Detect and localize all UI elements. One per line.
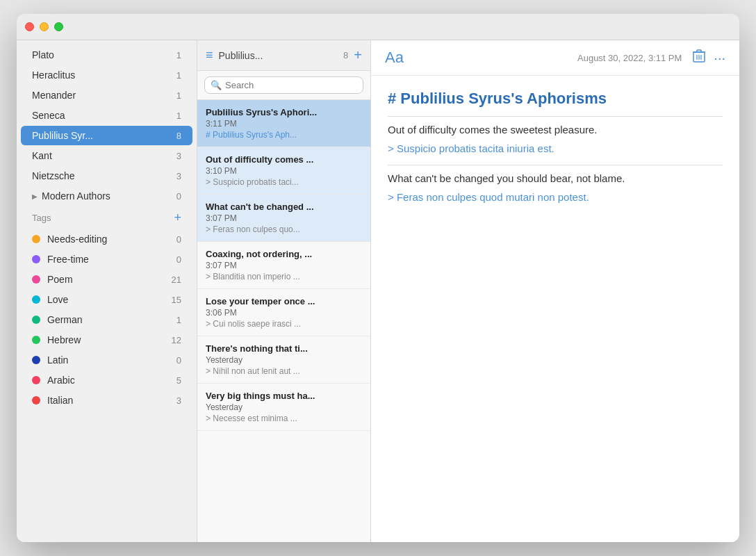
- note-item-1[interactable]: Out of difficulty comes ... 3:10 PM > Su…: [197, 147, 370, 195]
- title-bar: [17, 14, 739, 40]
- search-wrapper[interactable]: 🔍: [204, 76, 363, 94]
- sidebar: Plato 1 Heraclitus 1 Menander 1 Seneca 1…: [17, 40, 197, 542]
- search-input[interactable]: [225, 80, 357, 90]
- note-item-4[interactable]: Lose your temper once ... 3:06 PM > Cui …: [197, 289, 370, 336]
- tag-hebrew[interactable]: Hebrew 12: [21, 330, 192, 350]
- tag-needs-editing[interactable]: Needs-editing 0: [21, 229, 192, 249]
- chevron-right-icon: ▶: [32, 193, 38, 200]
- tag-arabic[interactable]: Arabic 5: [21, 370, 192, 390]
- minimize-button[interactable]: [40, 22, 49, 31]
- sidebar-item-kant[interactable]: Kant 3: [21, 146, 192, 165]
- tags-list: Needs-editing 0 Free-time 0 Poem 21 Love…: [17, 229, 197, 411]
- content-area: Plato 1 Heraclitus 1 Menander 1 Seneca 1…: [17, 40, 739, 542]
- tags-section-header: Tags +: [21, 207, 192, 228]
- add-tag-button[interactable]: +: [174, 211, 181, 224]
- note-quote-1: Suspicio probatis tacita iniuria est.: [388, 141, 723, 157]
- tag-dot-arabic: [32, 376, 40, 384]
- note-item-2[interactable]: What can't be changed ... 3:07 PM > Fera…: [197, 195, 370, 242]
- middle-panel-header: ≡ Publilius... 8 +: [197, 40, 370, 71]
- traffic-lights: [25, 22, 63, 31]
- note-title: Publilius Syrus's Aphorisms: [388, 90, 723, 108]
- tag-latin[interactable]: Latin 0: [21, 350, 192, 370]
- note-separator: [388, 116, 723, 117]
- search-icon: 🔍: [211, 80, 222, 90]
- tag-dot-german: [32, 316, 40, 324]
- add-note-button[interactable]: +: [354, 47, 362, 63]
- sidebar-item-nietzsche[interactable]: Nietzsche 3: [21, 166, 192, 186]
- app-window: Plato 1 Heraclitus 1 Menander 1 Seneca 1…: [17, 14, 739, 542]
- note-content: Publilius Syrus's Aphorisms Out of diffi…: [371, 76, 739, 542]
- tag-dot-needs-editing: [32, 235, 40, 243]
- note-separator-2: [388, 165, 723, 165]
- tag-dot-latin: [32, 356, 40, 364]
- note-paragraph-2: What can't be changed you should bear, n…: [388, 171, 723, 187]
- note-item-0[interactable]: Publilius Syrus's Aphori... 3:11 PM # Pu…: [197, 100, 370, 147]
- tag-love[interactable]: Love 15: [21, 290, 192, 309]
- tag-dot-love: [32, 295, 40, 304]
- tag-german[interactable]: German 1: [21, 310, 192, 329]
- note-item-6[interactable]: Very big things must ha... Yesterday > N…: [197, 384, 370, 431]
- sidebar-item-publilius[interactable]: Publilius Syr... 8: [21, 126, 192, 145]
- close-button[interactable]: [25, 22, 34, 31]
- middle-panel: ≡ Publilius... 8 + 🔍 Publilius Syrus's A…: [197, 40, 371, 542]
- tag-italian[interactable]: Italian 3: [21, 391, 192, 410]
- right-panel-header: Aa August 30, 2022, 3:11 PM ···: [371, 40, 739, 76]
- sidebar-item-menander[interactable]: Menander 1: [21, 85, 192, 105]
- sidebar-item-heraclitus[interactable]: Heraclitus 1: [21, 65, 192, 85]
- sidebar-item-plato[interactable]: Plato 1: [21, 45, 192, 65]
- more-options-button[interactable]: ···: [714, 50, 725, 66]
- maximize-button[interactable]: [54, 22, 63, 31]
- tag-dot-free-time: [32, 255, 40, 263]
- tag-dot-poem: [32, 275, 40, 284]
- search-bar: 🔍: [197, 71, 370, 100]
- sidebar-item-seneca[interactable]: Seneca 1: [21, 106, 192, 125]
- trash-button[interactable]: [693, 49, 705, 67]
- tag-dot-hebrew: [32, 336, 40, 344]
- right-panel: Aa August 30, 2022, 3:11 PM ···: [371, 40, 739, 542]
- note-date: August 30, 2022, 3:11 PM: [577, 53, 682, 63]
- note-item-3[interactable]: Coaxing, not ordering, ... 3:07 PM > Bla…: [197, 242, 370, 289]
- list-icon: ≡: [206, 48, 213, 63]
- note-paragraph-1: Out of difficulty comes the sweetest ple…: [388, 122, 723, 138]
- font-size-button[interactable]: Aa: [385, 49, 404, 67]
- sidebar-item-modern-authors[interactable]: ▶ Modern Authors 0: [21, 186, 192, 206]
- note-item-5[interactable]: There's nothing that ti... Yesterday > N…: [197, 336, 370, 384]
- tag-free-time[interactable]: Free-time 0: [21, 250, 192, 269]
- tag-dot-italian: [32, 396, 40, 404]
- notes-list: Publilius Syrus's Aphori... 3:11 PM # Pu…: [197, 100, 370, 542]
- tag-poem[interactable]: Poem 21: [21, 270, 192, 289]
- note-quote-2: Feras non culpes quod mutari non potest.: [388, 190, 723, 206]
